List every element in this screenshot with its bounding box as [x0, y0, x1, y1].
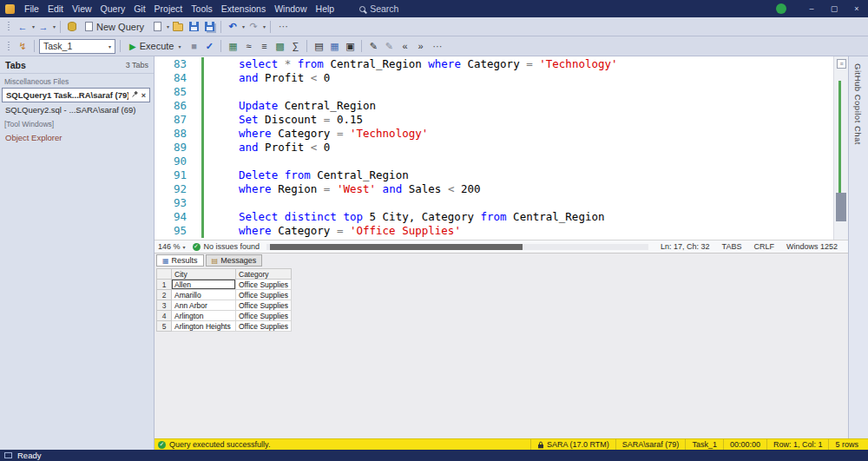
- row-number-cell[interactable]: 1: [157, 280, 172, 290]
- tab-item-sqlquery2[interactable]: SQLQuery2.sql - ...SARA\saraf (69): [0, 103, 154, 116]
- tab-item-sqlquery1[interactable]: SQLQuery1 Task...RA\saraf (79) ×: [2, 88, 150, 102]
- menu-file[interactable]: File: [20, 0, 43, 17]
- open-file-button[interactable]: [171, 19, 185, 35]
- menu-tools[interactable]: Tools: [187, 0, 217, 17]
- code-line[interactable]: 95where Category = 'Office Supplies': [155, 224, 833, 238]
- change-connection-button[interactable]: ↯: [16, 38, 30, 54]
- grid-cell[interactable]: Office Supplies: [236, 280, 292, 290]
- code-line[interactable]: 90: [155, 155, 833, 168]
- user-avatar[interactable]: [776, 3, 786, 14]
- row-number-cell[interactable]: 2: [157, 290, 172, 300]
- code-line[interactable]: 86Update Central_Region: [155, 99, 833, 113]
- menu-view[interactable]: View: [68, 0, 96, 17]
- new-file-dropdown-icon[interactable]: ▾: [167, 23, 169, 30]
- code-line[interactable]: 92where Region = 'West' and Sales < 200: [155, 182, 833, 196]
- line-ending[interactable]: CRLF: [753, 242, 774, 251]
- pin-icon[interactable]: [131, 90, 139, 100]
- close-icon[interactable]: ×: [141, 91, 146, 100]
- estimated-plan-button[interactable]: ▦: [226, 38, 240, 54]
- menu-query[interactable]: Query: [96, 0, 130, 17]
- code-line[interactable]: 93: [155, 196, 833, 210]
- cancel-query-button[interactable]: ■: [187, 38, 201, 54]
- issues-indicator[interactable]: ✓ No issues found: [193, 242, 260, 251]
- menu-window[interactable]: Window: [270, 0, 311, 17]
- database-engine-query-button[interactable]: [65, 19, 79, 35]
- encoding[interactable]: Windows 1252: [786, 242, 838, 251]
- grid-cell[interactable]: Office Supplies: [236, 290, 292, 300]
- live-query-stats-button[interactable]: ≈: [241, 38, 255, 54]
- grid-cell[interactable]: Office Supplies: [236, 311, 292, 321]
- actual-plan-button[interactable]: ▩: [273, 38, 286, 54]
- scrollbar-thumb[interactable]: [836, 193, 846, 221]
- code-line[interactable]: 89and Profit < 0: [155, 141, 833, 155]
- code-line[interactable]: 94Select distinct top 5 City, Category f…: [155, 210, 833, 224]
- navigate-back-button[interactable]: ←: [16, 19, 30, 35]
- vertical-scrollbar[interactable]: ≡: [833, 56, 848, 240]
- code-line[interactable]: 91Delete from Central_Region: [155, 168, 833, 182]
- row-number-cell[interactable]: 4: [157, 311, 172, 321]
- forward-dropdown-icon[interactable]: ▾: [53, 23, 56, 30]
- menu-git[interactable]: Git: [129, 0, 149, 17]
- grid-cell[interactable]: Ann Arbor: [172, 300, 236, 311]
- search-box[interactable]: Search: [359, 3, 398, 14]
- navigate-forward-button[interactable]: →: [36, 19, 50, 35]
- back-dropdown-icon[interactable]: ▾: [32, 23, 35, 30]
- code-editor[interactable]: 83select * from Central_Region where Cat…: [155, 56, 833, 240]
- comment-button[interactable]: ✎: [366, 38, 380, 54]
- horizontal-scrollbar[interactable]: [266, 244, 648, 250]
- undo-dropdown-icon[interactable]: ▾: [242, 23, 245, 30]
- column-header[interactable]: [157, 269, 172, 280]
- feedback-icon[interactable]: [4, 452, 12, 458]
- menu-project[interactable]: Project: [150, 0, 187, 17]
- undo-button[interactable]: ↶: [226, 19, 240, 35]
- redo-dropdown-icon[interactable]: ▾: [263, 23, 266, 30]
- tab-results[interactable]: ▦ Results: [156, 254, 204, 267]
- save-button[interactable]: [187, 19, 201, 35]
- tab-github-copilot-chat[interactable]: GitHub Copilot Chat: [853, 63, 863, 145]
- zoom-level-dropdown[interactable]: 146 % ▾: [158, 242, 186, 251]
- code-line[interactable]: 85: [155, 85, 833, 99]
- grid-cell[interactable]: Amarillo: [172, 290, 236, 300]
- toolbar-overflow-button[interactable]: ⋯: [429, 41, 445, 52]
- new-file-button[interactable]: [150, 19, 164, 35]
- row-number-cell[interactable]: 3: [157, 300, 172, 311]
- grid-cell[interactable]: Office Supplies: [236, 321, 292, 332]
- scrollbar-thumb[interactable]: [270, 244, 522, 250]
- code-line[interactable]: 88where Category = 'Technology': [155, 127, 833, 141]
- column-header[interactable]: Category: [236, 269, 292, 280]
- parse-button[interactable]: ✓: [202, 38, 216, 54]
- results-to-grid-button[interactable]: ▦: [327, 38, 341, 54]
- available-databases-combo[interactable]: Task_1 ▾: [39, 39, 115, 54]
- menu-edit[interactable]: Edit: [43, 0, 68, 17]
- column-header[interactable]: City: [172, 269, 236, 280]
- indent-mode[interactable]: TABS: [722, 242, 742, 251]
- code-line[interactable]: 87Set Discount = 0.15: [155, 113, 833, 127]
- tab-messages[interactable]: ▤ Messages: [206, 254, 263, 267]
- redo-button[interactable]: ↷: [247, 19, 260, 35]
- code-line[interactable]: 83select * from Central_Region where Cat…: [155, 57, 833, 71]
- grid-cell[interactable]: Arlington Heights: [172, 321, 236, 332]
- results-to-text-button[interactable]: ▤: [312, 38, 326, 54]
- toolbar-overflow-button[interactable]: ⋯: [275, 21, 292, 32]
- grid-cell[interactable]: Arlington: [172, 311, 236, 321]
- grid-cell[interactable]: Allen: [172, 280, 236, 290]
- menu-help[interactable]: Help: [312, 0, 339, 17]
- toolbar-grip[interactable]: [7, 21, 10, 32]
- tool-window-object-explorer[interactable]: Object Explorer: [0, 131, 154, 144]
- results-to-file-button[interactable]: ▣: [343, 38, 357, 54]
- increase-indent-button[interactable]: »: [413, 38, 427, 54]
- maximize-button[interactable]: ▢: [823, 0, 845, 17]
- close-button[interactable]: ×: [845, 0, 868, 17]
- query-options-button[interactable]: ≡: [257, 38, 271, 54]
- decrease-indent-button[interactable]: «: [398, 38, 411, 54]
- document-outline-icon[interactable]: ≡: [837, 59, 846, 69]
- menu-extensions[interactable]: Extensions: [217, 0, 270, 17]
- minimize-button[interactable]: –: [800, 0, 823, 17]
- row-number-cell[interactable]: 5: [157, 321, 172, 332]
- grid-cell[interactable]: Office Supplies: [236, 300, 292, 311]
- code-line[interactable]: 84and Profit < 0: [155, 71, 833, 85]
- new-query-button[interactable]: New Query: [81, 19, 148, 35]
- save-all-button[interactable]: [202, 19, 216, 35]
- toolbar-grip[interactable]: [7, 41, 10, 52]
- client-statistics-button[interactable]: ∑: [288, 38, 302, 54]
